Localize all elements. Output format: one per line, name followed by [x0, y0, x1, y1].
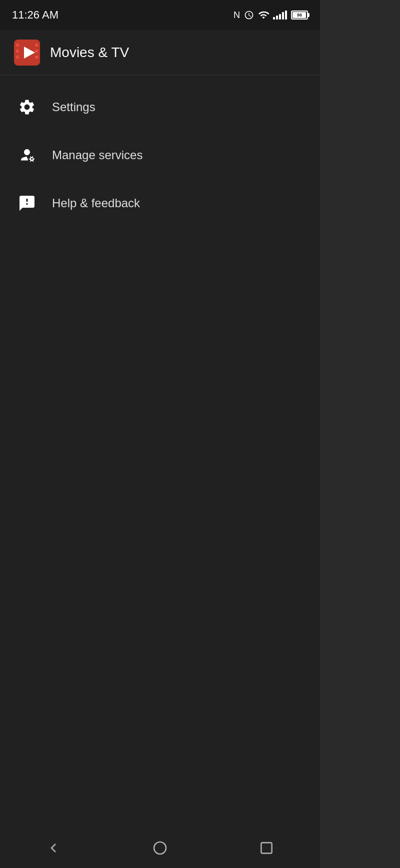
svg-rect-2	[16, 50, 19, 53]
app-title: Movies & TV	[50, 45, 129, 61]
svg-rect-6	[35, 50, 38, 53]
manage-services-menu-item[interactable]: Manage services	[0, 131, 320, 179]
help-feedback-icon	[14, 190, 40, 216]
alarm-icon	[244, 10, 254, 20]
wifi-icon	[258, 10, 269, 21]
svg-rect-3	[16, 56, 19, 59]
home-button[interactable]	[145, 833, 175, 863]
battery-icon: 96	[291, 11, 308, 20]
back-button[interactable]	[38, 833, 68, 863]
status-icons: N 96	[234, 10, 308, 21]
help-feedback-menu-item[interactable]: Help & feedback	[0, 179, 320, 227]
manage-services-icon	[14, 142, 40, 168]
svg-rect-7	[35, 56, 38, 59]
svg-rect-9	[262, 842, 272, 853]
signal-strength-icon	[273, 11, 287, 20]
navigation-bar	[0, 828, 320, 868]
status-bar: 11:26 AM N 96	[0, 0, 320, 30]
nfc-icon: N	[234, 10, 240, 21]
status-time: 11:26 AM	[12, 9, 58, 22]
svg-rect-5	[35, 44, 38, 47]
manage-services-label: Manage services	[52, 148, 142, 162]
menu-list: Settings Manage services Help & feedb	[0, 75, 320, 235]
svg-point-8	[154, 842, 166, 854]
background-overlay	[320, 0, 400, 868]
recents-button[interactable]	[252, 833, 282, 863]
settings-menu-item[interactable]: Settings	[0, 83, 320, 131]
help-feedback-label: Help & feedback	[52, 196, 140, 210]
movies-tv-logo-icon	[14, 40, 40, 66]
app-header: Movies & TV	[0, 30, 320, 75]
app-logo	[14, 40, 40, 66]
gear-icon	[14, 94, 40, 120]
svg-rect-1	[16, 44, 19, 47]
navigation-drawer: 11:26 AM N 96	[0, 0, 320, 868]
settings-label: Settings	[52, 100, 96, 114]
